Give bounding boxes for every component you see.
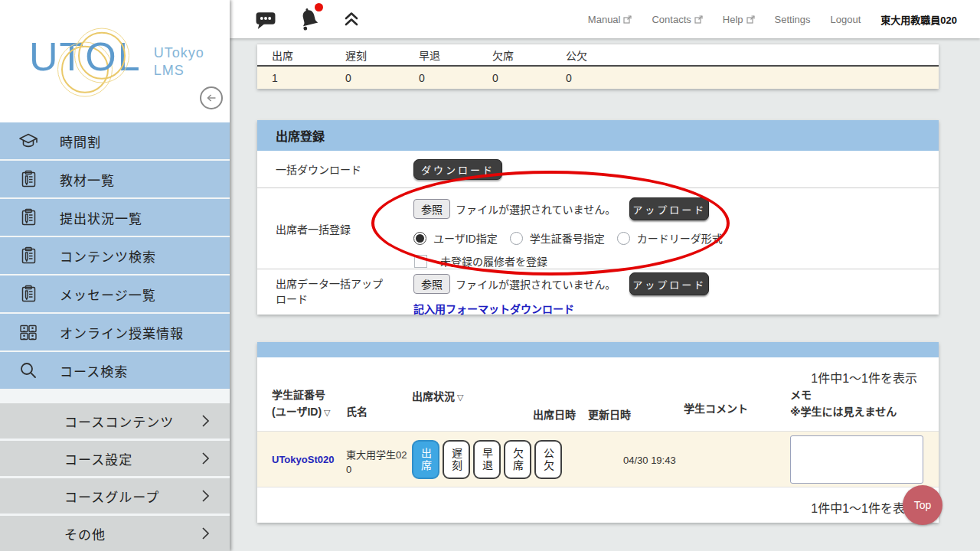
column-header-memo: メモ ※学生には見えません bbox=[790, 386, 897, 421]
sidebar-item-course-settings[interactable]: コース設定 bbox=[0, 441, 230, 476]
status-button-group: 出席 遅刻 早退 欠席 公欠 bbox=[412, 440, 562, 479]
radio-card-reader-label: カードリーダ形式 bbox=[637, 230, 723, 246]
radio-user-id-label: ユーザID指定 bbox=[433, 230, 498, 246]
clipboard-icon bbox=[17, 246, 40, 266]
utol-lms-page: UTOL UTokyo LMS bbox=[0, 0, 980, 551]
bulk-download-row: 一括ダウンロード ダウンロード bbox=[257, 151, 939, 188]
arrow-left-icon bbox=[204, 90, 219, 106]
upload-button[interactable]: アップロード bbox=[629, 272, 709, 295]
upload-button[interactable]: アップロード bbox=[629, 197, 709, 220]
column-header-attend-time: 出席日時 bbox=[533, 406, 576, 422]
attendance-summary-table: 出席 遅刻 早退 欠席 公欠 1 0 0 0 0 bbox=[257, 44, 939, 89]
sidebar-item-label: コンテンツ検索 bbox=[60, 246, 156, 266]
sidebar-item-label: コース検索 bbox=[60, 361, 128, 380]
manual-link[interactable]: Manual bbox=[588, 14, 632, 25]
summary-header-late: 遅刻 bbox=[331, 47, 404, 63]
scroll-to-top-button[interactable]: Top bbox=[903, 485, 942, 525]
contacts-link[interactable]: Contacts bbox=[652, 14, 702, 25]
memo-textarea[interactable] bbox=[790, 435, 923, 484]
sidebar-item-content-search[interactable]: コンテンツ検索 bbox=[0, 237, 230, 274]
sidebar-item-materials[interactable]: 教材一覧 bbox=[0, 161, 230, 197]
graduation-cap-icon bbox=[17, 131, 40, 151]
sidebar-item-label: 時間割 bbox=[60, 132, 101, 151]
status-button-early-leave[interactable]: 早退 bbox=[473, 440, 501, 479]
sidebar-item-label: コースコンテンツ bbox=[64, 412, 174, 431]
student-id-link[interactable]: UTokyoSt020 bbox=[272, 454, 334, 465]
sidebar-item-course-group[interactable]: コースグループ bbox=[0, 478, 230, 514]
sidebar-item-label: コースグループ bbox=[64, 487, 159, 506]
logo-text: UTOL bbox=[29, 37, 142, 77]
student-table-section-bar bbox=[257, 342, 939, 357]
clipboard-icon bbox=[17, 169, 40, 189]
settings-label: Settings bbox=[775, 14, 811, 25]
sidebar-item-label: コース設定 bbox=[64, 449, 132, 468]
browse-file-button[interactable]: 参照 bbox=[413, 199, 450, 219]
radio-user-id[interactable] bbox=[413, 232, 426, 245]
sort-icon[interactable]: ▽ bbox=[324, 408, 330, 417]
clipboard-icon bbox=[17, 284, 40, 304]
sidebar-course-nav: コースコンテンツ コース設定 コースグループ その他 bbox=[0, 403, 230, 551]
download-button[interactable]: ダウンロード bbox=[413, 159, 502, 180]
status-button-absent[interactable]: 欠席 bbox=[504, 440, 531, 479]
status-button-present[interactable]: 出席 bbox=[412, 440, 439, 479]
sidebar-item-label: 提出状況一覧 bbox=[60, 208, 142, 227]
sidebar-item-label: その他 bbox=[64, 524, 106, 543]
column-header-status: 出席状況▽ bbox=[412, 388, 463, 403]
student-row: UTokyoSt020 東大用学生020 出席 遅刻 早退 欠席 公欠 04/3… bbox=[257, 431, 939, 487]
notifications-bell-icon[interactable] bbox=[297, 6, 322, 32]
sidebar-collapse-button[interactable] bbox=[200, 86, 223, 109]
status-button-excused[interactable]: 公欠 bbox=[534, 440, 562, 479]
utol-logo[interactable]: UTOL UTokyo LMS bbox=[29, 37, 204, 80]
attendance-register-title: 出席登録 bbox=[257, 120, 939, 151]
sidebar-item-messages[interactable]: メッセージ一覧 bbox=[0, 276, 230, 312]
help-link[interactable]: Help bbox=[723, 14, 755, 25]
sidebar-item-submissions[interactable]: 提出状況一覧 bbox=[0, 199, 230, 236]
chevron-right-icon bbox=[201, 414, 210, 428]
student-attendance-panel: 1件中1〜1件を表示 学生証番号 (ユーザID)▽ 氏名 出席状況▽ 出席日時 … bbox=[257, 342, 939, 523]
logout-label: Logout bbox=[831, 14, 861, 25]
summary-value-late: 0 bbox=[331, 72, 404, 84]
sidebar-item-online-class[interactable]: オンライン授業情報 bbox=[0, 314, 230, 350]
logo-area: UTOL UTokyo LMS bbox=[0, 0, 230, 122]
format-download-link[interactable]: 記入用フォーマットダウンロード bbox=[413, 301, 709, 316]
radio-student-number[interactable] bbox=[510, 232, 523, 245]
column-header-student-id: 学生証番号 (ユーザID)▽ bbox=[272, 386, 331, 421]
attendance-register-panel: 出席登録 一括ダウンロード ダウンロード 出席者一括登録 参照 ファイルが選択さ… bbox=[257, 120, 939, 315]
external-link-icon bbox=[694, 15, 703, 24]
attendee-bulk-register-label: 出席者一括登録 bbox=[257, 188, 413, 269]
summary-header-early-leave: 早退 bbox=[404, 47, 478, 63]
settings-link[interactable]: Settings bbox=[775, 14, 811, 25]
help-label: Help bbox=[723, 14, 743, 25]
current-user-name: 東大用教職員020 bbox=[880, 12, 957, 27]
contacts-label: Contacts bbox=[652, 14, 691, 25]
column-header-name: 氏名 bbox=[346, 403, 368, 419]
sidebar-item-course-contents[interactable]: コースコンテンツ bbox=[0, 403, 230, 439]
scroll-top-chevrons-icon[interactable] bbox=[341, 9, 361, 29]
sidebar-item-timetable[interactable]: 時間割 bbox=[0, 122, 230, 159]
radio-card-reader[interactable] bbox=[617, 232, 630, 245]
result-count-bottom: 1件中1〜1件を表示 bbox=[811, 498, 917, 517]
sidebar-item-label: 教材一覧 bbox=[60, 170, 115, 189]
column-header-comment: 学生コメント bbox=[684, 400, 748, 416]
attendance-datetime: 04/30 19:43 bbox=[623, 455, 676, 466]
manual-label: Manual bbox=[588, 14, 621, 25]
summary-header-absent: 欠席 bbox=[478, 47, 551, 63]
status-button-late[interactable]: 遅刻 bbox=[443, 440, 470, 479]
sidebar-item-course-search[interactable]: コース検索 bbox=[0, 352, 230, 389]
topbar: Manual Contacts Help Settings Logout 東大用… bbox=[230, 0, 980, 38]
sidebar-item-label: メッセージ一覧 bbox=[60, 285, 156, 304]
data-bulk-upload-row: 出席データ一括アップロード 参照 ファイルが選択されていません。 アップロード … bbox=[257, 269, 939, 314]
sidebar-item-others[interactable]: その他 bbox=[0, 516, 230, 551]
attendee-bulk-register-row: 出席者一括登録 参照 ファイルが選択されていません。 アップロード ユーザID指… bbox=[257, 188, 939, 269]
data-bulk-upload-label: 出席データ一括アップロード bbox=[257, 269, 413, 314]
clipboard-icon bbox=[17, 207, 40, 227]
external-link-icon bbox=[623, 15, 632, 24]
register-unenrolled-checkbox[interactable] bbox=[414, 255, 427, 268]
logout-link[interactable]: Logout bbox=[831, 14, 861, 25]
bulk-download-label: 一括ダウンロード bbox=[257, 151, 413, 187]
browse-file-button[interactable]: 参照 bbox=[413, 274, 450, 294]
summary-header-present: 出席 bbox=[257, 47, 331, 63]
sort-icon[interactable]: ▽ bbox=[457, 393, 463, 402]
column-header-update-time: 更新日時 bbox=[588, 406, 631, 422]
chat-icon[interactable] bbox=[254, 9, 277, 30]
